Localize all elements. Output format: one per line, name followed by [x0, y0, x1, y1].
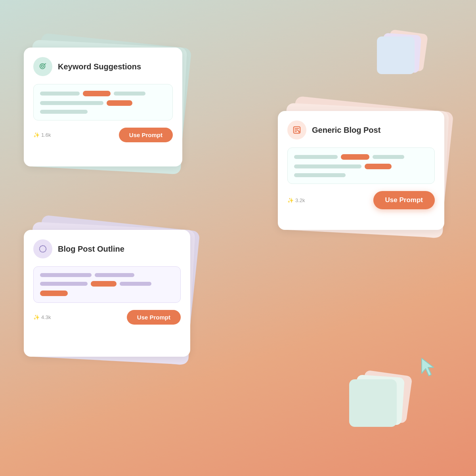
bp-line-plain-2 — [294, 164, 361, 168]
br-mini-card-1 — [349, 379, 397, 427]
svg-line-2 — [44, 64, 46, 65]
ol-tag-1 — [91, 281, 117, 287]
blog-post-usage: ✨ 3.2k — [287, 197, 305, 203]
bp-tag-1 — [341, 154, 369, 160]
outline-usage-count: 4.3k — [41, 314, 51, 320]
svg-point-1 — [41, 65, 44, 67]
keyword-use-prompt-button[interactable]: Use Prompt — [119, 128, 173, 142]
ol-tag-2 — [40, 291, 68, 296]
mini-stack-top-right — [377, 32, 424, 79]
blog-post-usage-count: 3.2k — [295, 197, 305, 203]
kw-line-plain-3 — [40, 110, 88, 114]
sparkle-icon-kw: ✨ — [33, 132, 40, 138]
ol-line-plain-1 — [40, 273, 92, 277]
keyword-card-header: Keyword Suggestions — [33, 57, 173, 76]
outline-card-header: Blog Post Outline — [33, 239, 181, 258]
blog-post-content-box — [287, 147, 435, 184]
outline-card-title: Blog Post Outline — [58, 245, 124, 254]
blog-post-card-title: Generic Blog Post — [312, 126, 380, 135]
svg-point-9 — [40, 246, 46, 252]
blog-post-card-stack: Generic Blog Post ✨ 3.2 — [278, 111, 444, 230]
blog-post-card-header: Generic Blog Post — [287, 120, 435, 140]
main-scene: Keyword Suggestions ✨ 1 — [0, 0, 476, 476]
blog-post-icon — [287, 120, 306, 140]
keyword-content-box — [33, 84, 173, 120]
kw-tag-1 — [83, 91, 111, 96]
outline-line-2 — [40, 281, 174, 287]
sparkle-icon-ol: ✨ — [33, 314, 40, 320]
outline-usage: ✨ 4.3k — [33, 314, 51, 320]
blog-post-use-prompt-button[interactable]: Use Prompt — [373, 191, 435, 209]
bp-line-plain-1b — [373, 155, 404, 159]
outline-icon — [33, 239, 52, 258]
ol-line-plain-1b — [95, 273, 134, 277]
kw-line-plain-2 — [40, 101, 103, 105]
keyword-line-1 — [40, 91, 166, 96]
keyword-card-footer: ✨ 1.6k Use Prompt — [33, 128, 173, 142]
keyword-card: Keyword Suggestions ✨ 1 — [24, 48, 182, 166]
sparkle-icon-bp: ✨ — [287, 197, 294, 203]
bp-line-plain-1 — [294, 155, 338, 159]
mini-stack-bottom-right — [349, 373, 413, 436]
blog-post-line-2 — [294, 164, 428, 169]
outline-line-3 — [40, 291, 174, 296]
ol-line-plain-2b — [120, 282, 151, 286]
outline-content-box — [33, 266, 181, 303]
svg-line-8 — [298, 130, 299, 131]
kw-line-plain-1b — [114, 92, 145, 96]
outline-card: Blog Post Outline ✨ 4.3 — [24, 230, 190, 357]
outline-card-footer: ✨ 4.3k Use Prompt — [33, 310, 181, 325]
blog-post-card: Generic Blog Post ✨ 3.2 — [278, 111, 444, 230]
blog-post-card-footer: ✨ 3.2k Use Prompt — [287, 191, 435, 209]
kw-tag-2 — [107, 100, 132, 106]
keyword-card-stack: Keyword Suggestions ✨ 1 — [24, 48, 182, 166]
keyword-card-title: Keyword Suggestions — [58, 62, 141, 71]
outline-card-stack: Blog Post Outline ✨ 4.3 — [24, 230, 190, 357]
outline-use-prompt-button[interactable]: Use Prompt — [127, 310, 181, 325]
keyword-usage-count: 1.6k — [41, 132, 51, 138]
kw-line-plain-1 — [40, 92, 80, 96]
blog-post-line-3 — [294, 173, 428, 177]
ol-line-plain-2 — [40, 282, 88, 286]
bp-line-plain-3 — [294, 173, 346, 177]
cursor — [419, 357, 438, 377]
bp-tag-2 — [365, 164, 392, 169]
outline-line-1 — [40, 273, 174, 277]
blog-post-line-1 — [294, 154, 428, 160]
keyword-icon — [33, 57, 52, 76]
keyword-line-2 — [40, 100, 166, 106]
keyword-usage: ✨ 1.6k — [33, 132, 51, 138]
keyword-line-3 — [40, 110, 166, 114]
mini-card-1 — [377, 36, 415, 74]
